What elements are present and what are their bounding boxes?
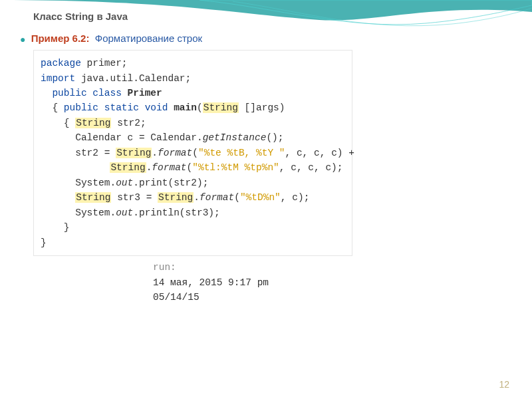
- output-block: run: 14 мая, 2015 9:17 pm 05/14/15: [153, 260, 512, 305]
- example-label-text: Пример 6.2:: [31, 33, 90, 44]
- bullet-icon: ●: [20, 34, 25, 45]
- output-line-1: 14 мая, 2015 9:17 pm: [153, 275, 512, 290]
- page-number: 12: [499, 379, 509, 390]
- slide-title: Класс String в Java: [33, 11, 512, 22]
- output-line-2: 05/14/15: [153, 290, 512, 305]
- example-heading: ● Пример 6.2: Форматирование строк: [20, 33, 512, 45]
- code-block: package primer; import java.util.Calenda…: [33, 50, 352, 256]
- run-label: run:: [153, 260, 512, 275]
- example-description: Форматирование строк: [92, 33, 202, 44]
